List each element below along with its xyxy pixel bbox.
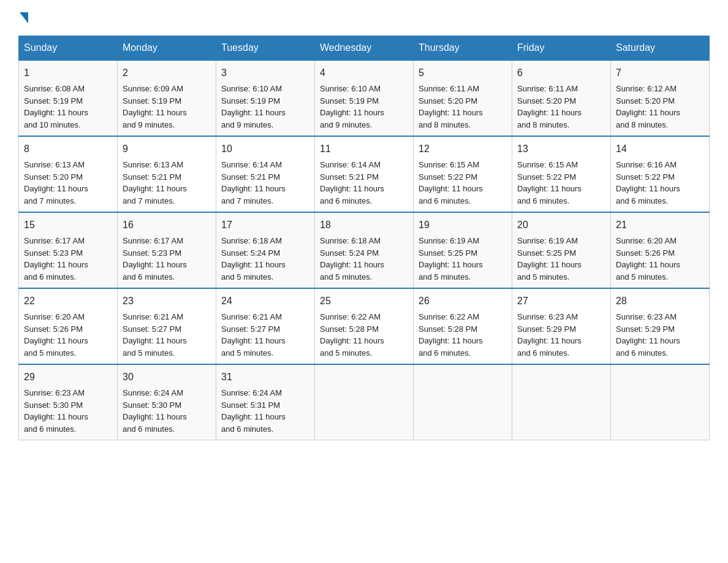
day-number: 14 [616, 142, 704, 156]
calendar-cell: 3Sunrise: 6:10 AMSunset: 5:19 PMDaylight… [216, 60, 315, 136]
calendar-cell: 27Sunrise: 6:23 AMSunset: 5:29 PMDayligh… [512, 288, 611, 364]
page-header [18, 12, 710, 23]
calendar-cell: 1Sunrise: 6:08 AMSunset: 5:19 PMDaylight… [19, 60, 118, 136]
day-number: 5 [419, 66, 507, 80]
calendar-week-row: 29Sunrise: 6:23 AMSunset: 5:30 PMDayligh… [19, 364, 710, 440]
day-number: 23 [123, 294, 211, 308]
day-number: 11 [320, 142, 408, 156]
calendar-cell: 10Sunrise: 6:14 AMSunset: 5:21 PMDayligh… [216, 136, 315, 212]
calendar-cell: 9Sunrise: 6:13 AMSunset: 5:21 PMDaylight… [118, 136, 216, 212]
day-number: 6 [517, 66, 605, 80]
weekday-header-thursday: Thursday [414, 36, 512, 61]
calendar-week-row: 1Sunrise: 6:08 AMSunset: 5:19 PMDaylight… [19, 60, 710, 136]
calendar-cell [315, 364, 414, 440]
calendar-cell [611, 364, 710, 440]
day-number: 24 [221, 294, 309, 308]
calendar-cell: 5Sunrise: 6:11 AMSunset: 5:20 PMDaylight… [414, 60, 512, 136]
day-number: 21 [616, 218, 704, 232]
day-number: 19 [419, 218, 507, 232]
calendar-cell: 15Sunrise: 6:17 AMSunset: 5:23 PMDayligh… [19, 212, 118, 288]
day-number: 31 [221, 370, 309, 385]
weekday-header-wednesday: Wednesday [315, 36, 414, 61]
calendar-cell: 20Sunrise: 6:19 AMSunset: 5:25 PMDayligh… [512, 212, 611, 288]
calendar-cell: 12Sunrise: 6:15 AMSunset: 5:22 PMDayligh… [414, 136, 512, 212]
calendar-cell: 6Sunrise: 6:11 AMSunset: 5:20 PMDaylight… [512, 60, 611, 136]
calendar-cell: 31Sunrise: 6:24 AMSunset: 5:31 PMDayligh… [216, 364, 315, 440]
day-number: 20 [517, 218, 605, 232]
day-number: 26 [419, 294, 507, 308]
calendar-cell: 2Sunrise: 6:09 AMSunset: 5:19 PMDaylight… [118, 60, 216, 136]
calendar-cell: 22Sunrise: 6:20 AMSunset: 5:26 PMDayligh… [19, 288, 118, 364]
calendar-table: SundayMondayTuesdayWednesdayThursdayFrid… [18, 36, 710, 440]
logo [18, 12, 28, 23]
calendar-cell: 24Sunrise: 6:21 AMSunset: 5:27 PMDayligh… [216, 288, 315, 364]
day-number: 7 [616, 66, 704, 80]
day-number: 16 [123, 218, 211, 232]
day-number: 1 [24, 66, 112, 80]
calendar-week-row: 15Sunrise: 6:17 AMSunset: 5:23 PMDayligh… [19, 212, 710, 288]
day-number: 12 [419, 142, 507, 156]
calendar-cell: 8Sunrise: 6:13 AMSunset: 5:20 PMDaylight… [19, 136, 118, 212]
calendar-cell: 4Sunrise: 6:10 AMSunset: 5:19 PMDaylight… [315, 60, 414, 136]
calendar-cell: 19Sunrise: 6:19 AMSunset: 5:25 PMDayligh… [414, 212, 512, 288]
calendar-week-row: 8Sunrise: 6:13 AMSunset: 5:20 PMDaylight… [19, 136, 710, 212]
day-number: 3 [221, 66, 309, 80]
logo-triangle-icon [20, 12, 28, 23]
calendar-cell: 29Sunrise: 6:23 AMSunset: 5:30 PMDayligh… [19, 364, 118, 440]
day-number: 8 [24, 142, 112, 156]
day-number: 27 [517, 294, 605, 308]
calendar-cell: 13Sunrise: 6:15 AMSunset: 5:22 PMDayligh… [512, 136, 611, 212]
calendar-cell: 7Sunrise: 6:12 AMSunset: 5:20 PMDaylight… [611, 60, 710, 136]
day-number: 9 [123, 142, 211, 156]
weekday-header-saturday: Saturday [611, 36, 710, 61]
calendar-cell: 18Sunrise: 6:18 AMSunset: 5:24 PMDayligh… [315, 212, 414, 288]
day-number: 2 [123, 66, 211, 80]
calendar-cell: 14Sunrise: 6:16 AMSunset: 5:22 PMDayligh… [611, 136, 710, 212]
day-number: 15 [24, 218, 112, 232]
calendar-cell: 25Sunrise: 6:22 AMSunset: 5:28 PMDayligh… [315, 288, 414, 364]
weekday-header-sunday: Sunday [19, 36, 118, 61]
weekday-header-row: SundayMondayTuesdayWednesdayThursdayFrid… [19, 36, 710, 61]
day-number: 18 [320, 218, 408, 232]
weekday-header-monday: Monday [118, 36, 216, 61]
calendar-cell: 21Sunrise: 6:20 AMSunset: 5:26 PMDayligh… [611, 212, 710, 288]
calendar-cell [512, 364, 611, 440]
weekday-header-friday: Friday [512, 36, 611, 61]
calendar-cell: 16Sunrise: 6:17 AMSunset: 5:23 PMDayligh… [118, 212, 216, 288]
calendar-cell: 30Sunrise: 6:24 AMSunset: 5:30 PMDayligh… [118, 364, 216, 440]
calendar-cell: 28Sunrise: 6:23 AMSunset: 5:29 PMDayligh… [611, 288, 710, 364]
calendar-cell: 23Sunrise: 6:21 AMSunset: 5:27 PMDayligh… [118, 288, 216, 364]
calendar-week-row: 22Sunrise: 6:20 AMSunset: 5:26 PMDayligh… [19, 288, 710, 364]
day-number: 13 [517, 142, 605, 156]
calendar-cell: 11Sunrise: 6:14 AMSunset: 5:21 PMDayligh… [315, 136, 414, 212]
day-number: 4 [320, 66, 408, 80]
day-number: 29 [24, 370, 112, 385]
day-number: 22 [24, 294, 112, 308]
calendar-cell [414, 364, 512, 440]
day-number: 25 [320, 294, 408, 308]
day-number: 10 [221, 142, 309, 156]
day-number: 30 [123, 370, 211, 385]
day-number: 17 [221, 218, 309, 232]
weekday-header-tuesday: Tuesday [216, 36, 315, 61]
calendar-cell: 17Sunrise: 6:18 AMSunset: 5:24 PMDayligh… [216, 212, 315, 288]
calendar-cell: 26Sunrise: 6:22 AMSunset: 5:28 PMDayligh… [414, 288, 512, 364]
day-number: 28 [616, 294, 704, 308]
